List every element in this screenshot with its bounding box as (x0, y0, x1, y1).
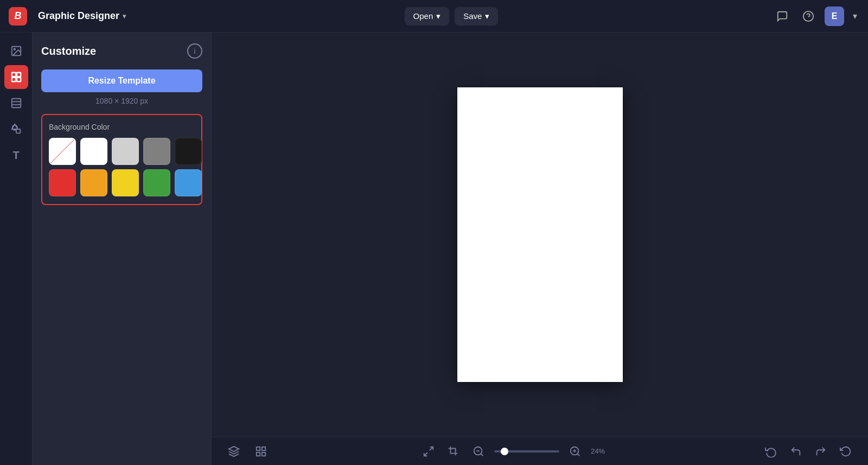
sidebar-item-elements[interactable] (4, 117, 28, 141)
color-swatch-yellow[interactable] (112, 169, 139, 196)
svg-line-21 (481, 454, 483, 456)
canvas-area (212, 33, 868, 437)
svg-rect-5 (11, 78, 15, 81)
resize-template-button[interactable]: Resize Template (41, 69, 202, 92)
color-swatch-white[interactable] (80, 138, 107, 165)
project-name-label: Graphic Designer (38, 10, 119, 22)
history-icon (840, 445, 852, 457)
color-swatch-gray[interactable] (143, 138, 170, 165)
bottom-bar: 24% (212, 437, 868, 465)
project-name-button[interactable]: Graphic Designer ▾ (34, 7, 130, 25)
svg-rect-4 (16, 73, 20, 77)
elements-icon (10, 123, 22, 135)
comments-button[interactable] (773, 7, 792, 26)
sidebar-item-image[interactable] (4, 39, 28, 63)
color-swatch-light-gray[interactable] (112, 138, 139, 165)
save-label: Save (463, 11, 482, 21)
redo-icon (815, 445, 827, 457)
save-button[interactable]: Save ▾ (455, 7, 498, 26)
icon-bar: T (0, 33, 33, 465)
zoom-out-icon (473, 445, 484, 457)
crop-icon (448, 445, 459, 457)
fit-screen-icon (423, 445, 435, 457)
color-swatch-green[interactable] (143, 169, 170, 196)
svg-point-2 (14, 48, 15, 50)
grid-button[interactable] (252, 442, 270, 461)
zoom-slider[interactable] (494, 450, 559, 453)
zoom-in-button[interactable] (566, 442, 584, 461)
project-chevron-icon: ▾ (123, 12, 126, 20)
canvas-document (457, 87, 623, 382)
template-size: 1080 × 1920 px (41, 97, 202, 105)
image-icon (10, 45, 22, 57)
zoom-slider-container (494, 450, 559, 453)
resize-template-label: Resize Template (88, 76, 155, 85)
topbar-center: Open ▾ Save ▾ (405, 7, 499, 26)
svg-rect-6 (16, 78, 20, 81)
sidebar-item-customize[interactable] (4, 65, 28, 89)
topbar-left: B Graphic Designer ▾ (9, 7, 130, 26)
crop-button[interactable] (444, 442, 463, 461)
open-button[interactable]: Open ▾ (405, 7, 450, 26)
sidebar-item-text[interactable]: T (4, 143, 28, 167)
history-button[interactable] (837, 442, 855, 461)
panel-title: Customize (41, 45, 96, 58)
info-icon-label: i (194, 47, 195, 55)
color-swatch-transparent[interactable] (49, 138, 76, 165)
topbar: B Graphic Designer ▾ Open ▾ Save ▾ (0, 0, 868, 33)
comments-icon (776, 10, 788, 22)
open-chevron-icon: ▾ (436, 11, 441, 21)
svg-line-24 (577, 454, 579, 456)
undo-icon (790, 445, 802, 457)
color-grid (49, 138, 195, 196)
sidebar-item-layout[interactable] (4, 91, 28, 115)
bottom-left (225, 442, 270, 461)
svg-rect-16 (257, 452, 260, 455)
bottom-right-controls (762, 442, 855, 461)
svg-rect-7 (11, 99, 21, 108)
color-swatch-red[interactable] (49, 169, 76, 196)
svg-marker-13 (229, 446, 239, 451)
zoom-out-button[interactable] (469, 442, 488, 461)
color-swatch-blue[interactable] (175, 169, 202, 196)
customize-icon (10, 71, 22, 83)
panel-header: Customize i (41, 43, 202, 59)
grid-icon (255, 445, 267, 457)
svg-rect-17 (262, 452, 265, 455)
fit-screen-button[interactable] (419, 442, 438, 461)
layout-icon (10, 97, 22, 109)
layers-button[interactable] (225, 442, 243, 461)
bg-color-label: Background Color (49, 123, 195, 131)
customize-panel: Customize i Resize Template 1080 × 1920 … (33, 33, 212, 465)
zoom-in-icon (569, 445, 581, 457)
open-label: Open (413, 11, 433, 21)
reset-icon (765, 445, 777, 457)
reset-button[interactable] (762, 442, 780, 461)
redo-button[interactable] (812, 442, 830, 461)
user-avatar[interactable]: E (825, 7, 844, 26)
svg-line-18 (430, 447, 433, 450)
app-logo: B (9, 7, 27, 26)
color-swatch-black[interactable] (175, 138, 202, 165)
svg-rect-14 (257, 447, 260, 450)
svg-rect-3 (11, 73, 15, 77)
bottom-center-controls: 24% (419, 442, 612, 461)
help-button[interactable] (799, 7, 818, 26)
app-logo-letter: B (15, 10, 22, 22)
text-icon: T (12, 149, 19, 162)
svg-line-19 (424, 452, 427, 455)
undo-button[interactable] (787, 442, 805, 461)
topbar-right: E ▾ (773, 7, 859, 26)
bg-color-section: Background Color (41, 114, 202, 205)
zoom-percentage: 24% (591, 447, 612, 455)
info-button[interactable]: i (187, 43, 202, 59)
svg-rect-15 (262, 447, 265, 450)
expand-button[interactable]: ▾ (851, 9, 859, 23)
save-chevron-icon: ▾ (485, 11, 489, 21)
help-icon (802, 10, 814, 22)
color-swatch-orange[interactable] (80, 169, 107, 196)
main-layout: T Customize i Resize Template 1080 × 192… (0, 33, 868, 465)
user-initial: E (832, 11, 838, 21)
layers-icon (228, 445, 240, 457)
